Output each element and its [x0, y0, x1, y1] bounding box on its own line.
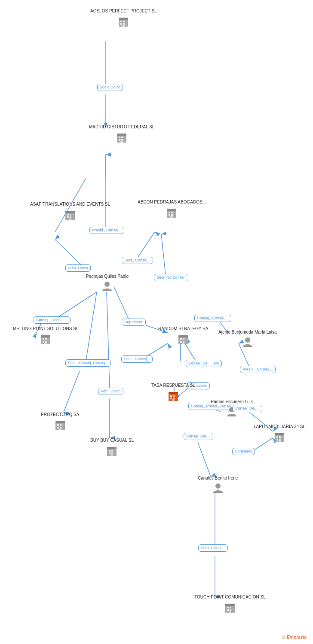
node-ajenjo: Ajenjo Benjumeda Maria Luisa [218, 330, 277, 349]
node-proyecto: PROYECTO PQ SA [41, 412, 79, 432]
badge-represent: Represent. [122, 319, 146, 326]
svg-rect-102 [279, 439, 281, 440]
svg-rect-87 [173, 398, 175, 399]
svg-rect-34 [123, 21, 125, 22]
svg-rect-107 [227, 607, 229, 608]
svg-rect-71 [180, 341, 182, 343]
badge-secr-consej1: Secr., Consej... [122, 257, 153, 264]
svg-rect-65 [45, 341, 47, 343]
building-icon-touch [223, 601, 237, 614]
svg-rect-111 [229, 611, 231, 613]
building-icon-melting [39, 332, 52, 346]
svg-rect-49 [67, 216, 69, 218]
badge-consejero2: Consejero [232, 448, 255, 455]
brand-footer: © Empresia [282, 635, 307, 640]
building-icon-abdon [165, 206, 178, 219]
svg-rect-77 [57, 424, 59, 426]
svg-rect-64 [43, 341, 44, 343]
node-canales: Canales Benito Irene [198, 476, 238, 495]
svg-rect-79 [57, 427, 59, 428]
svg-rect-88 [172, 399, 175, 401]
building-icon-asap [63, 208, 77, 222]
svg-rect-66 [44, 343, 47, 344]
svg-rect-39 [117, 134, 126, 136]
svg-rect-47 [67, 214, 69, 216]
svg-rect-92 [109, 450, 110, 452]
person-icon-ajenjo [241, 336, 254, 349]
svg-rect-80 [60, 427, 61, 428]
node-asap: ASAP TRANSLATIONS AND EVENTS SL [30, 202, 110, 222]
node-abdon: ABDON PEDRAJAS ABOGADOS... [138, 200, 206, 219]
svg-rect-86 [170, 398, 172, 399]
node-madrid: MADRID DISTRITO FEDERAL SL [89, 125, 154, 144]
svg-rect-99 [276, 436, 278, 438]
person-icon-pedrajas [101, 280, 114, 293]
svg-point-104 [215, 483, 221, 489]
svg-rect-62 [43, 338, 44, 340]
svg-rect-73 [182, 343, 184, 344]
svg-rect-58 [170, 216, 173, 218]
svg-rect-50 [70, 216, 71, 218]
svg-rect-94 [109, 453, 110, 454]
svg-rect-33 [120, 21, 122, 22]
svg-line-13 [86, 292, 97, 361]
svg-line-18 [185, 343, 196, 361]
svg-line-19 [64, 371, 80, 412]
svg-line-14 [107, 292, 110, 389]
svg-rect-46 [65, 211, 75, 213]
node-random: RANDOM STRATEGY SA [158, 326, 208, 346]
svg-rect-95 [111, 453, 113, 454]
svg-rect-70 [183, 338, 184, 340]
svg-rect-42 [119, 139, 120, 141]
badge-consej-del2: Consej. Del.... [233, 405, 262, 412]
svg-point-74 [245, 337, 250, 343]
svg-rect-53 [167, 209, 176, 211]
svg-rect-72 [183, 341, 184, 343]
building-icon-tasa [166, 389, 180, 403]
badge-presid-consej1: Presid., Consej... [89, 227, 124, 234]
svg-point-59 [104, 282, 110, 287]
badge-adm-unico2: Adm. Unico [98, 388, 123, 395]
building-icon-random [176, 332, 190, 346]
building-icon-madrid [115, 131, 129, 144]
node-aoslos: AOSLOS PERFECT PROJECT SL [90, 9, 157, 28]
svg-rect-55 [171, 212, 173, 213]
svg-rect-84 [170, 395, 172, 397]
svg-rect-54 [169, 212, 170, 213]
svg-rect-100 [279, 436, 281, 438]
badge-secr-consej2: Secr., Consej... [121, 355, 153, 363]
svg-line-7 [138, 232, 155, 258]
building-icon-aoslos [117, 15, 130, 28]
svg-rect-44 [120, 141, 123, 143]
badge-consej-consej2: Consej., Consej.... [194, 315, 231, 322]
svg-rect-48 [70, 214, 71, 216]
building-icon-proyecto [53, 418, 67, 432]
badge-secr-consej-consej: Secr., Consej.,Consej... [65, 359, 111, 367]
svg-rect-110 [230, 609, 231, 611]
node-tasa: TASA RESPUESTA SL [151, 383, 195, 403]
svg-rect-61 [41, 335, 50, 337]
badge-adm-unico1: Adm. Unico [65, 264, 91, 272]
svg-rect-40 [119, 137, 120, 138]
svg-rect-98 [275, 433, 284, 435]
svg-rect-81 [59, 428, 61, 430]
svg-rect-108 [230, 607, 231, 608]
badge-consej-del-ero: Consej. Del.... ero [186, 360, 222, 367]
svg-rect-85 [173, 395, 175, 397]
svg-rect-41 [121, 137, 123, 138]
svg-rect-76 [55, 421, 65, 423]
badge-adm-unico3: Adm. Unico,... [198, 544, 228, 552]
building-icon-buybuy [105, 444, 119, 458]
svg-line-27 [198, 442, 211, 477]
node-touch: TOUCH POINT COMUNICACION SL [194, 595, 266, 614]
node-buybuy: BUY BUY CASUAL SL [90, 438, 134, 458]
svg-rect-96 [110, 454, 113, 456]
svg-rect-78 [60, 424, 61, 426]
svg-rect-83 [169, 392, 178, 394]
svg-rect-37 [122, 25, 125, 27]
person-icon-canales [212, 482, 224, 495]
badge-socio-unico: Socio Único [97, 84, 123, 91]
building-icon-lapi [273, 430, 286, 444]
svg-rect-103 [278, 440, 281, 442]
diagram-container: AOSLOS PERFECT PROJECT SL Socio Único MA… [0, 0, 313, 644]
